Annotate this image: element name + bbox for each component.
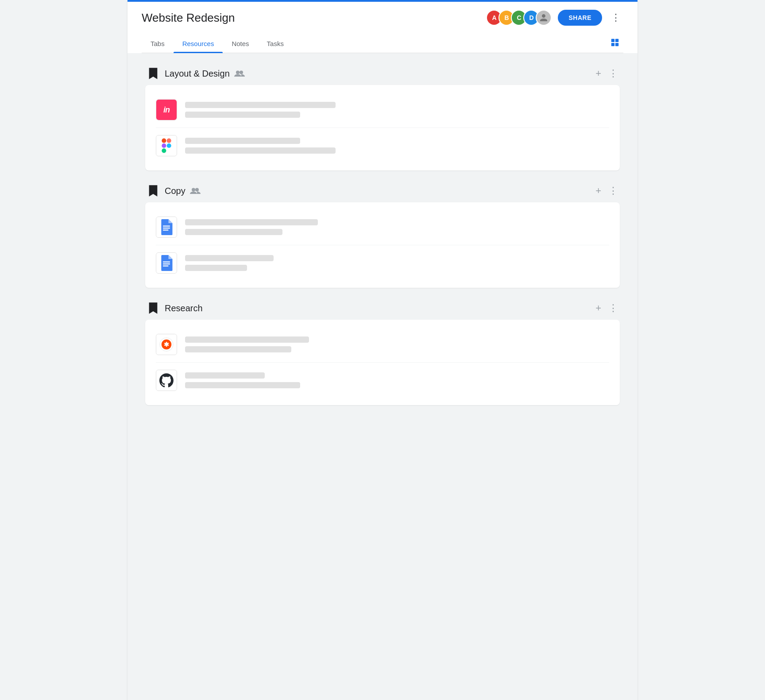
app-title: Website Redesign xyxy=(142,11,235,25)
tab-resources[interactable]: Resources xyxy=(174,35,223,53)
section-header-research: Research + ⋮ xyxy=(145,302,620,314)
skeleton-line xyxy=(185,382,300,388)
tab-tasks[interactable]: Tasks xyxy=(258,35,293,53)
svg-text:✱: ✱ xyxy=(164,341,169,348)
svg-rect-1 xyxy=(615,39,618,42)
more-options-button-layout[interactable]: ⋮ xyxy=(608,68,618,79)
bookmark-icon-copy xyxy=(147,185,159,197)
resource-text-zapier xyxy=(185,336,609,352)
zapier-icon: ✱ xyxy=(156,334,177,355)
people-icon-copy xyxy=(190,186,201,196)
figma-icon xyxy=(156,135,177,156)
section-header-copy: Copy + ⋮ xyxy=(145,185,620,197)
github-icon xyxy=(156,370,177,391)
avatar-5 xyxy=(536,10,552,26)
skeleton-line xyxy=(185,147,336,154)
section-actions-copy: + ⋮ xyxy=(595,185,618,197)
resource-text-invision xyxy=(185,102,609,118)
svg-point-5 xyxy=(240,70,243,74)
resource-text-gdocs-2 xyxy=(185,255,609,271)
svg-rect-8 xyxy=(162,143,166,148)
resource-item-github[interactable] xyxy=(156,363,609,398)
app-container: Website Redesign A B C D SHARE ⋮ Tabs Re… xyxy=(128,0,638,700)
tab-tabs[interactable]: Tabs xyxy=(142,35,174,53)
skeleton-line xyxy=(185,372,265,379)
add-item-button-layout[interactable]: + xyxy=(595,68,601,79)
svg-rect-7 xyxy=(167,139,171,143)
svg-point-10 xyxy=(167,143,171,148)
add-item-button-research[interactable]: + xyxy=(595,302,601,314)
resource-item-gdocs-2[interactable] xyxy=(156,245,609,281)
section-title-layout: Layout & Design xyxy=(165,69,230,79)
svg-point-12 xyxy=(195,188,199,191)
card-copy xyxy=(145,202,620,288)
bookmark-icon-research xyxy=(147,302,159,314)
svg-rect-0 xyxy=(611,39,614,42)
skeleton-line xyxy=(185,138,300,144)
svg-rect-3 xyxy=(615,43,618,46)
resource-text-gdocs-1 xyxy=(185,219,609,235)
resource-text-github xyxy=(185,372,609,388)
svg-rect-17 xyxy=(163,263,170,264)
section-copy: Copy + ⋮ xyxy=(145,185,620,288)
svg-rect-13 xyxy=(163,225,170,226)
skeleton-line xyxy=(185,265,247,271)
svg-rect-6 xyxy=(162,139,166,143)
tab-notes[interactable]: Notes xyxy=(223,35,258,53)
section-title-research: Research xyxy=(165,303,203,313)
more-menu-icon[interactable]: ⋮ xyxy=(608,10,623,25)
section-actions-research: + ⋮ xyxy=(595,302,618,314)
skeleton-line xyxy=(185,102,336,108)
avatar-group: A B C D xyxy=(486,10,552,26)
grid-view-button[interactable] xyxy=(607,36,623,52)
skeleton-line xyxy=(185,219,318,225)
section-layout-design: Layout & Design + ⋮ in xyxy=(145,67,620,170)
svg-rect-14 xyxy=(163,228,170,228)
top-bar-actions: A B C D SHARE ⋮ xyxy=(486,10,623,26)
gdocs-icon-2 xyxy=(156,252,177,274)
nav-tabs: Tabs Resources Notes Tasks xyxy=(142,35,623,53)
add-item-button-copy[interactable]: + xyxy=(595,185,601,197)
more-options-button-copy[interactable]: ⋮ xyxy=(608,185,618,197)
svg-point-4 xyxy=(236,70,240,74)
card-layout-design: in xyxy=(145,85,620,170)
section-actions-layout: + ⋮ xyxy=(595,68,618,79)
section-header-layout: Layout & Design + ⋮ xyxy=(145,67,620,80)
top-bar: Website Redesign A B C D SHARE ⋮ Tabs Re… xyxy=(128,0,638,53)
resource-item-figma[interactable] xyxy=(156,128,609,163)
svg-rect-2 xyxy=(611,43,614,46)
invision-icon: in xyxy=(156,99,177,120)
svg-rect-18 xyxy=(163,265,169,266)
section-title-copy: Copy xyxy=(165,186,185,196)
svg-rect-15 xyxy=(163,229,169,230)
gdocs-icon-1 xyxy=(156,217,177,238)
share-button[interactable]: SHARE xyxy=(558,10,602,26)
top-bar-row: Website Redesign A B C D SHARE ⋮ xyxy=(142,10,623,26)
resource-item-gdocs-1[interactable] xyxy=(156,209,609,245)
resource-item-zapier[interactable]: ✱ xyxy=(156,327,609,363)
skeleton-line xyxy=(185,229,282,235)
people-icon-layout xyxy=(234,69,245,79)
section-research: Research + ⋮ ✱ xyxy=(145,302,620,405)
skeleton-line xyxy=(185,346,291,352)
resource-item-invision[interactable]: in xyxy=(156,92,609,128)
resource-text-figma xyxy=(185,138,609,154)
card-research: ✱ xyxy=(145,320,620,405)
bookmark-icon-layout xyxy=(147,67,159,80)
skeleton-line xyxy=(185,112,300,118)
main-content: Layout & Design + ⋮ in xyxy=(128,53,638,700)
svg-point-11 xyxy=(192,188,195,191)
more-options-button-research[interactable]: ⋮ xyxy=(608,302,618,314)
svg-rect-9 xyxy=(162,148,166,153)
skeleton-line xyxy=(185,255,274,261)
svg-rect-16 xyxy=(163,261,170,262)
skeleton-line xyxy=(185,336,309,343)
